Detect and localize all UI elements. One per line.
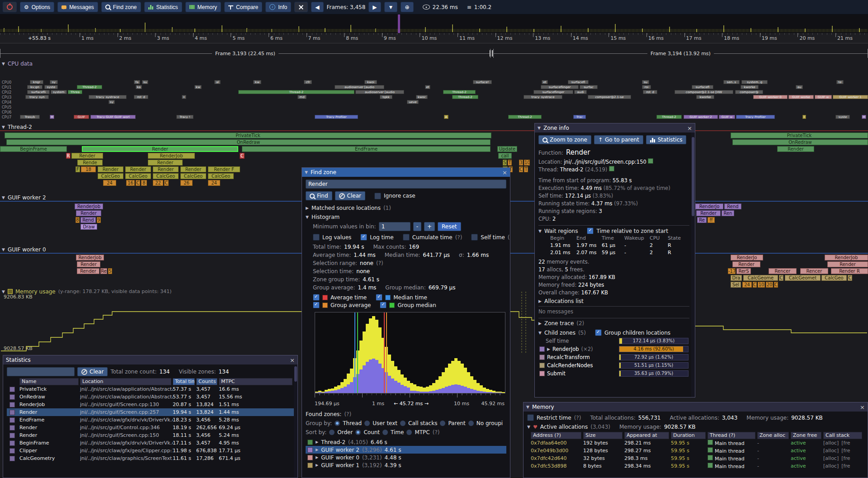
cpu-zone[interactable]: system bbox=[51, 90, 67, 94]
cpu-zone[interactable]: tracy_systrace bbox=[524, 95, 562, 99]
histogram-section-header[interactable]: ▼ Histogram bbox=[306, 214, 506, 220]
clear-button[interactable]: Clear bbox=[335, 191, 365, 200]
collapse-icon[interactable]: ▼ bbox=[2, 289, 5, 294]
cpu-zone[interactable]: Threa bbox=[68, 90, 82, 94]
legend-checkbox[interactable] bbox=[376, 294, 382, 301]
timeline-zone[interactable]: ff bbox=[708, 217, 715, 223]
cpu-zone[interactable]: Trasyb bbox=[20, 115, 40, 119]
found-zone-group[interactable]: ▶GUIF worker 1(3,192)4.39 s bbox=[306, 461, 506, 469]
timeline-zone[interactable]: 9 bbox=[97, 217, 101, 223]
collapse-icon[interactable]: ▼ bbox=[538, 126, 541, 130]
timeline-zone[interactable]: Render bbox=[77, 261, 100, 267]
timeline-zone[interactable]: Update bbox=[497, 146, 517, 152]
timeline-zone[interactable]: C bbox=[753, 282, 757, 288]
histogram-plot[interactable] bbox=[315, 312, 505, 393]
thread-header[interactable]: ▼GUIF worker 0 bbox=[2, 246, 46, 253]
timeline-zone[interactable]: CalcGeo bbox=[821, 275, 847, 281]
collapse-icon[interactable]: ▼ bbox=[2, 247, 5, 252]
scrollbar-thumb[interactable] bbox=[692, 137, 694, 216]
timeline-zone[interactable]: 24 bbox=[103, 180, 116, 186]
cpu-zone[interactable]: tgkk bbox=[380, 95, 392, 99]
cpu-zone[interactable]: md bbox=[297, 95, 307, 99]
cpu-zone[interactable]: ueve bbox=[407, 100, 419, 104]
timeline-zone[interactable]: T bbox=[508, 160, 512, 166]
child-zone-row[interactable]: CalcRenderNodes51.51 µs (1.15%) bbox=[538, 361, 689, 369]
callstack-alloc-link[interactable]: [alloc] bbox=[823, 440, 839, 446]
allocation-row[interactable]: 0x7dfc53d8988 bytes298.34 ms59.95 sMain … bbox=[527, 462, 864, 470]
timeline-zone[interactable]: Render bbox=[148, 160, 183, 166]
cpu-zone[interactable]: et bbox=[542, 80, 548, 84]
timeline-zone[interactable]: 22 bbox=[153, 180, 163, 186]
clear-filter-button[interactable]: Clear bbox=[77, 367, 108, 376]
cpu-zone[interactable]: roi bbox=[642, 85, 651, 89]
statistics-row[interactable]: PrivateTickjni/../jni/src/claw/applicati… bbox=[7, 385, 294, 393]
group-by-radio-call-stacks[interactable] bbox=[400, 421, 406, 426]
statistics-button[interactable]: Statistics bbox=[646, 135, 687, 144]
timeline-zone[interactable]: C bbox=[774, 282, 778, 288]
cpu-zone[interactable]: GUIF worker 2 bbox=[684, 115, 718, 119]
cpu-zone[interactable]: composer@2.1-se bbox=[588, 95, 631, 99]
find-zone-button[interactable]: Find zone bbox=[101, 2, 141, 12]
cpu-zone[interactable]: kw bbox=[194, 85, 202, 89]
cpu-zone[interactable]: syste bbox=[44, 85, 58, 89]
callstack-alloc-link[interactable]: [alloc] bbox=[823, 455, 839, 461]
timeline-zone[interactable]: 10 bbox=[758, 282, 765, 288]
cpu-zone[interactable]: sen..s bbox=[723, 80, 740, 84]
group-by-radio-thread[interactable] bbox=[335, 421, 340, 426]
timeline-zone[interactable]: OnRedraw bbox=[6, 139, 491, 145]
timeline-zone[interactable]: Render bbox=[71, 153, 103, 159]
found-zone-group[interactable]: ▶GUIF worker 0(3,231)4.48 s bbox=[306, 454, 506, 461]
timeline-zone[interactable]: BeginFrame bbox=[0, 146, 67, 152]
collapse-icon[interactable]: ▼ bbox=[2, 125, 5, 129]
scrollbar-thumb[interactable] bbox=[294, 366, 297, 382]
memory-titlebar[interactable]: ▼ Memory × bbox=[524, 402, 868, 412]
timeline-zone[interactable]: 10 bbox=[524, 160, 530, 166]
timeline-zone[interactable]: C bbox=[240, 153, 245, 159]
timeline-zone[interactable]: Ren bbox=[722, 210, 734, 216]
timeline-zone[interactable]: C bbox=[164, 180, 169, 186]
power-button[interactable] bbox=[3, 2, 17, 12]
cpu-zone[interactable]: kngr bbox=[30, 80, 43, 84]
column-header-thread[interactable]: Thread (?) bbox=[708, 432, 755, 439]
cpu-zone[interactable]: et bbox=[425, 85, 430, 89]
timeline-zone[interactable]: RenderJo bbox=[695, 204, 723, 209]
cpu-data-header[interactable]: ▼CPU data bbox=[2, 60, 33, 67]
find-zone-search-input[interactable] bbox=[306, 180, 506, 189]
timeline-zone[interactable]: C bbox=[519, 166, 523, 172]
collapse-icon[interactable]: ▼ bbox=[305, 170, 308, 175]
cpu-zone[interactable]: GUIF worke bbox=[788, 95, 814, 99]
cpu-zone[interactable]: surfacefl bbox=[692, 85, 713, 89]
timeline-zone[interactable]: Render bbox=[77, 268, 99, 274]
cpu-zone[interactable]: tracy_systrace bbox=[89, 95, 127, 99]
cpu-zone[interactable]: surfacefl bbox=[568, 80, 589, 84]
wait-regions-header[interactable]: ▼ Wait regions Time relative to zone sta… bbox=[538, 227, 689, 234]
cpu-zone[interactable]: Thread-2 bbox=[77, 85, 102, 89]
collapse-icon[interactable]: ▼ bbox=[2, 195, 5, 200]
statistics-button[interactable]: Statistics bbox=[144, 2, 182, 12]
timeline-zone[interactable]: Render bbox=[76, 210, 101, 216]
collapse-icon[interactable]: ▼ bbox=[538, 229, 542, 233]
thread-header[interactable]: ▼GUIF worker 2 bbox=[2, 194, 46, 201]
filter-zones-input[interactable] bbox=[7, 367, 75, 376]
cpu-zone[interactable]: surfaceflinger bbox=[533, 90, 573, 94]
group-by-radio-no-groupi[interactable] bbox=[468, 421, 474, 426]
find-zone-titlebar[interactable]: ▼ Find zone × bbox=[302, 168, 510, 177]
timeline-zone[interactable]: -17 bbox=[728, 268, 736, 274]
self-time-checkbox[interactable] bbox=[471, 234, 478, 241]
child-zone-row[interactable]: Submit35.63 µs (0.79%) bbox=[538, 369, 689, 378]
sort-by-radio-count[interactable] bbox=[355, 430, 361, 435]
cpu-zone[interactable]: kworke bbox=[741, 85, 759, 89]
cpu-zone[interactable]: fa bbox=[134, 80, 140, 84]
cpu-zone[interactable]: GUIF worker 0 bbox=[753, 95, 788, 99]
callstack-free-link[interactable]: [fre bbox=[841, 463, 850, 469]
timeline-zone[interactable]: PrivateTick bbox=[5, 133, 491, 138]
timeline-zone[interactable]: RenderJo bbox=[731, 255, 763, 260]
timeline-zone[interactable]: Render bbox=[696, 210, 721, 216]
statistics-titlebar[interactable]: Statistics × bbox=[3, 355, 297, 364]
timeline-zone[interactable]: Render bbox=[180, 166, 206, 172]
cpu-zone[interactable]: system..g bbox=[741, 80, 768, 84]
cumulate-time-checkbox[interactable] bbox=[403, 234, 410, 241]
statistics-row[interactable]: Renderjni/../jni/src/guif/Screen.cpp:257… bbox=[7, 408, 294, 416]
timeline-zone[interactable]: Draw bbox=[80, 224, 97, 230]
group-by-radio-user-text[interactable] bbox=[364, 421, 370, 426]
